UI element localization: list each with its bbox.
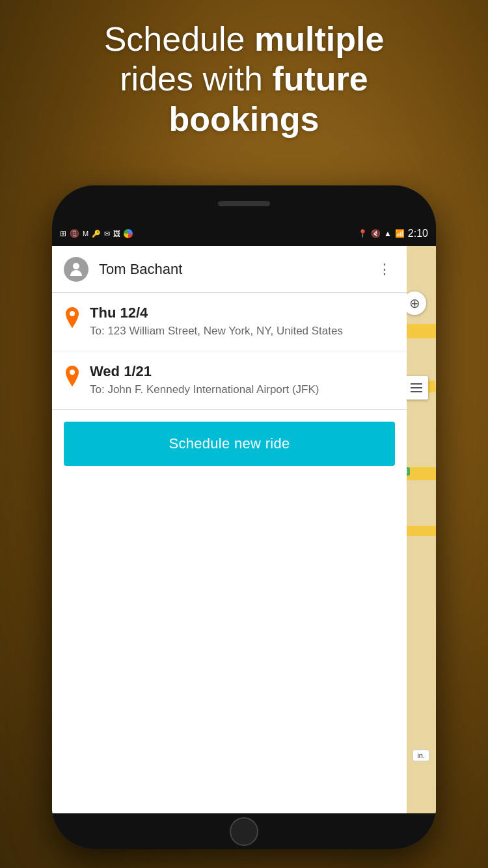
ride-item-1[interactable]: Thu 12/4 To: 123 William Street, New Yor… bbox=[52, 293, 407, 351]
schedule-new-ride-button[interactable]: Schedule new ride bbox=[64, 422, 395, 466]
user-name-label: Tom Bachant bbox=[99, 261, 182, 278]
ride-list: Thu 12/4 To: 123 William Street, New Yor… bbox=[52, 293, 407, 410]
menu-line-3 bbox=[411, 391, 422, 392]
map-menu-button[interactable] bbox=[405, 376, 428, 400]
status-icon-mute: 🔇 bbox=[371, 229, 381, 238]
status-icon-image: 🖼 bbox=[113, 230, 120, 237]
status-icon-key: 🔑 bbox=[92, 230, 101, 238]
more-options-button[interactable]: ⋮ bbox=[375, 258, 395, 280]
user-avatar bbox=[64, 257, 88, 282]
person-icon bbox=[69, 262, 83, 277]
ride-info-1: Thu 12/4 To: 123 William Street, New Yor… bbox=[90, 305, 395, 339]
status-icon-mail: ✉ bbox=[104, 230, 110, 238]
status-icon-add: ⊞ bbox=[60, 229, 66, 238]
ride-date-2: Wed 1/21 bbox=[90, 363, 395, 380]
app-screen: ⊕ 678 in. Tom Bacha bbox=[52, 246, 436, 813]
phone-home-button[interactable] bbox=[230, 817, 258, 846]
svg-point-2 bbox=[70, 370, 75, 375]
phone-top-bezel bbox=[52, 185, 436, 221]
phone-bottom-bezel bbox=[52, 813, 436, 849]
ride-destination-2: To: John F. Kennedy International Airpor… bbox=[90, 383, 395, 398]
schedule-button-container: Schedule new ride bbox=[52, 410, 407, 478]
ride-item-2[interactable]: Wed 1/21 To: John F. Kennedy Internation… bbox=[52, 351, 407, 409]
status-icon-signal: 📶 bbox=[395, 229, 405, 238]
status-time: 2:10 bbox=[408, 228, 428, 239]
user-row: Tom Bachant bbox=[64, 257, 182, 282]
status-icon-wifi: ▲ bbox=[384, 229, 392, 238]
ride-date-1: Thu 12/4 bbox=[90, 305, 395, 321]
status-icons-left: ⊞ 📵 M 🔑 ✉ 🖼 bbox=[60, 229, 133, 238]
status-icons-right: 📍 🔇 ▲ 📶 2:10 bbox=[358, 228, 428, 239]
headline-text: Schedule multiple rides with future book… bbox=[104, 20, 385, 138]
phone-speaker bbox=[218, 201, 270, 206]
menu-line-1 bbox=[411, 383, 422, 385]
status-icon-circle bbox=[124, 229, 133, 238]
app-content-panel: Tom Bachant ⋮ Thu 12/4 To: 12 bbox=[52, 246, 407, 813]
ride-info-2: Wed 1/21 To: John F. Kennedy Internation… bbox=[90, 363, 395, 398]
phone-device: ⊞ 📵 M 🔑 ✉ 🖼 📍 🔇 ▲ 📶 2:10 ⊕ bbox=[52, 185, 436, 849]
status-icon-phone: 📵 bbox=[70, 229, 79, 238]
svg-point-1 bbox=[70, 311, 75, 316]
location-pin-icon-2 bbox=[64, 366, 81, 389]
location-pin-icon-1 bbox=[64, 307, 81, 331]
status-icon-location: 📍 bbox=[358, 229, 368, 238]
status-icon-gmail: M bbox=[83, 230, 88, 237]
map-label-badge: in. bbox=[413, 750, 429, 761]
menu-line-2 bbox=[411, 387, 422, 388]
svg-point-0 bbox=[73, 263, 79, 269]
headline: Schedule multiple rides with future book… bbox=[0, 20, 488, 139]
status-bar: ⊞ 📵 M 🔑 ✉ 🖼 📍 🔇 ▲ 📶 2:10 bbox=[52, 221, 436, 246]
app-header: Tom Bachant ⋮ bbox=[52, 246, 407, 293]
ride-destination-1: To: 123 William Street, New York, NY, Un… bbox=[90, 324, 395, 339]
